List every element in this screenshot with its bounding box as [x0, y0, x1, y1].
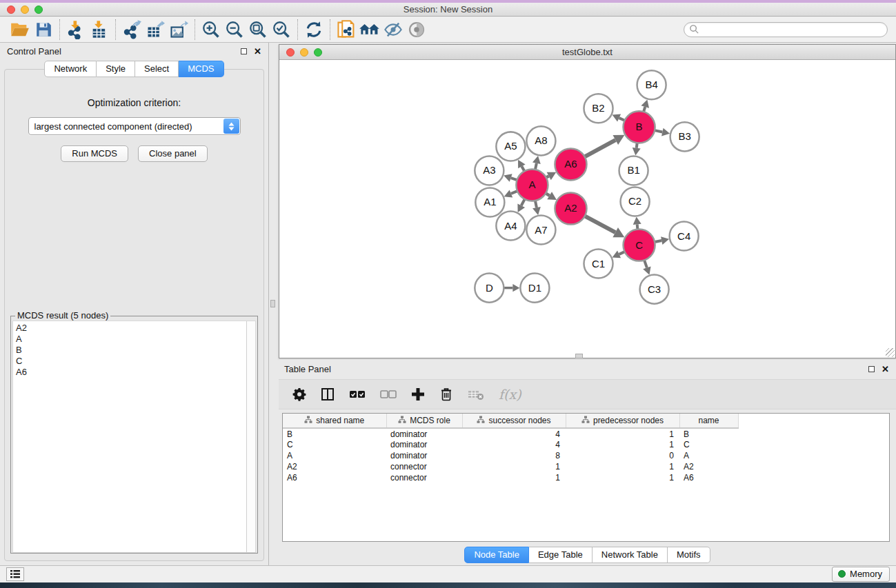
edge-arrowhead-icon	[661, 128, 670, 136]
control-panel: Control Panel ✕ NetworkStyleSelectMCDS O…	[0, 43, 269, 565]
node-label: A6	[564, 158, 577, 170]
tab-network[interactable]: Network	[44, 61, 97, 77]
result-item[interactable]: A	[16, 334, 246, 345]
node-label: A2	[564, 203, 577, 214]
table-row[interactable]: Bdominator41B	[283, 428, 889, 439]
mcds-result-list[interactable]: A2ABCA6	[13, 321, 246, 552]
result-item[interactable]: B	[16, 345, 246, 356]
tab-edge-table[interactable]: Edge Table	[529, 547, 593, 563]
tab-network-table[interactable]: Network Table	[593, 547, 668, 563]
node-label: D	[486, 282, 493, 294]
node-label: A3	[483, 164, 495, 176]
open-session-icon[interactable]	[8, 19, 32, 41]
node-label: A	[528, 179, 535, 190]
deselect-all-icon[interactable]	[380, 389, 397, 399]
edge-arrowhead-icon	[512, 284, 519, 292]
graph-edge[interactable]	[619, 118, 625, 121]
float-panel-icon[interactable]	[241, 48, 247, 54]
graph-edge[interactable]	[619, 252, 625, 254]
graph-edge[interactable]	[655, 130, 662, 132]
home-icon[interactable]	[358, 19, 381, 41]
run-mcds-button[interactable]: Run MCDS	[61, 145, 128, 162]
columns-icon[interactable]	[321, 387, 335, 401]
export-network-icon[interactable]	[120, 19, 143, 41]
close-table-panel-icon[interactable]: ✕	[882, 365, 889, 374]
search-input[interactable]	[699, 23, 887, 36]
table-row[interactable]: A6connector11A6	[283, 472, 889, 483]
graph-edge[interactable]	[511, 191, 517, 194]
tab-select[interactable]: Select	[135, 61, 179, 77]
close-panel-icon[interactable]: ✕	[254, 47, 261, 56]
column-header-successor-nodes[interactable]: successor nodes	[462, 414, 566, 428]
trash-icon[interactable]	[439, 387, 453, 401]
export-image-icon[interactable]	[167, 19, 190, 41]
tab-style[interactable]: Style	[97, 61, 135, 77]
export-table-icon[interactable]	[143, 19, 167, 41]
graph-edge[interactable]	[535, 201, 537, 207]
node-label: C1	[592, 258, 605, 270]
import-table-icon[interactable]	[88, 19, 111, 41]
table-row[interactable]: Adominator80A	[283, 450, 889, 461]
tab-motifs[interactable]: Motifs	[668, 547, 710, 563]
graph-edge[interactable]	[521, 199, 525, 205]
node-table[interactable]: shared nameMCDS rolesuccessor nodesprede…	[282, 413, 890, 542]
zoom-fit-icon[interactable]	[246, 19, 270, 41]
zoom-in-icon[interactable]	[199, 19, 223, 41]
graph-edge[interactable]	[655, 241, 661, 242]
control-panel-title: Control Panel	[7, 46, 61, 57]
graph-edge[interactable]	[585, 216, 615, 232]
edge-arrowhead-icon	[532, 156, 541, 164]
result-item[interactable]: A2	[16, 323, 246, 334]
add-icon[interactable]	[411, 387, 425, 401]
zoom-out-icon[interactable]	[223, 19, 246, 41]
panel-divider-handle[interactable]	[575, 354, 583, 358]
tab-node-table[interactable]: Node Table	[464, 547, 529, 563]
clone-network-icon[interactable]	[335, 19, 358, 41]
network-canvas[interactable]: AA1A2A3A4A5A6A7A8BB1B2B3B4CC1C2C3C4DD1	[279, 60, 895, 358]
result-item[interactable]: A6	[16, 367, 246, 378]
graph-edge[interactable]	[535, 163, 537, 170]
node-label: D1	[528, 282, 541, 294]
save-session-icon[interactable]	[32, 19, 55, 41]
float-table-panel-icon[interactable]	[868, 366, 875, 372]
control-panel-tabs: NetworkStyleSelectMCDS	[0, 61, 268, 77]
search-icon	[689, 24, 699, 34]
edge-arrowhead-icon	[532, 207, 541, 215]
table-row[interactable]: A2connector11A2	[283, 461, 889, 472]
edge-arrowhead-icon	[661, 236, 669, 245]
table-row[interactable]: Cdominator41C	[283, 439, 889, 450]
workspace-area: testGlobe.txt AA1A2A3A4A5A6A7A8BB1B2B3B4…	[269, 43, 896, 565]
task-list-icon[interactable]	[6, 567, 24, 581]
import-network-icon[interactable]	[64, 19, 88, 41]
toolbar-separator	[59, 19, 60, 40]
graph-edge[interactable]	[585, 140, 616, 156]
panel-divider-handle[interactable]	[270, 300, 275, 307]
search-field[interactable]	[684, 22, 888, 37]
gear-icon[interactable]	[292, 387, 306, 401]
column-header-shared-name[interactable]: shared name	[283, 414, 386, 428]
eye-icon[interactable]	[405, 19, 428, 41]
column-header-MCDS-role[interactable]: MCDS role	[386, 414, 462, 428]
toolbar-separator	[195, 19, 195, 40]
node-label: B1	[627, 164, 639, 176]
resize-grip-icon[interactable]	[886, 348, 895, 357]
refresh-icon[interactable]	[302, 19, 326, 41]
memory-button[interactable]: Memory	[832, 567, 890, 582]
tab-mcds[interactable]: MCDS	[179, 61, 223, 77]
column-header-name[interactable]: name	[679, 414, 738, 428]
result-item[interactable]: C	[16, 356, 246, 367]
column-header-predecessor-nodes[interactable]: predecessor nodes	[566, 414, 679, 428]
optimization-criterion-select[interactable]: largest connected component (directed)	[28, 117, 241, 135]
hide-panel-icon[interactable]	[381, 19, 405, 41]
function-icon: f(x)	[499, 387, 521, 402]
memory-status-dot	[838, 570, 846, 578]
network-window-titlebar[interactable]: testGlobe.txt	[279, 45, 895, 60]
status-bar: Memory	[0, 565, 896, 582]
close-panel-button[interactable]: Close panel	[138, 145, 208, 162]
select-all-icon[interactable]	[349, 389, 366, 399]
result-scrollbar[interactable]	[246, 321, 255, 552]
graph-edge[interactable]	[644, 260, 647, 267]
zoom-selected-icon[interactable]	[270, 19, 293, 41]
table-panel: Table Panel ✕	[279, 360, 896, 565]
graph-edge[interactable]	[511, 178, 517, 180]
